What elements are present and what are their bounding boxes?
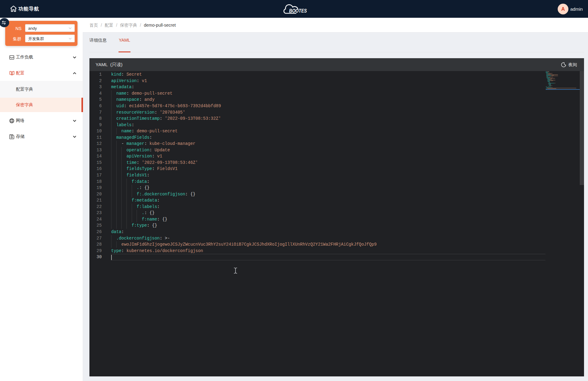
svg-text:BOOTES: BOOTES: [289, 8, 307, 14]
